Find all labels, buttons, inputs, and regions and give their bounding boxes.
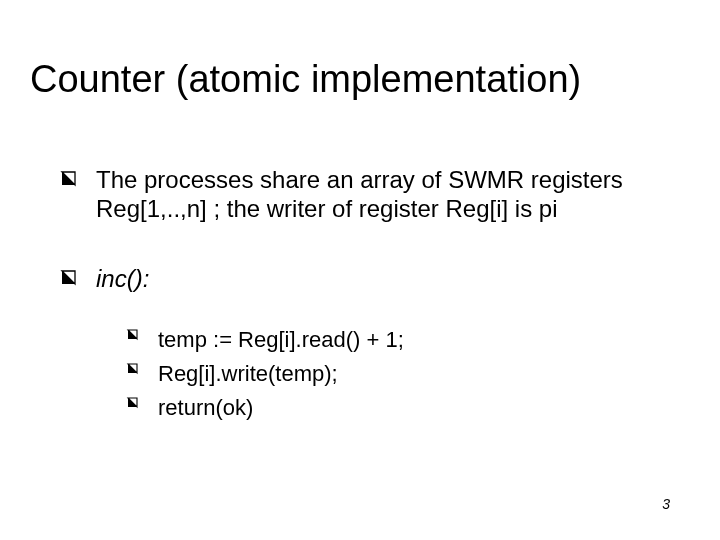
bullet-small-icon [126, 328, 140, 342]
bullet-text: Reg[i].write(temp); [158, 361, 338, 386]
bullet-level1: The processes share an array of SWMR reg… [60, 165, 670, 224]
bullet-level2: return(ok) [126, 391, 670, 425]
slide: Counter (atomic implementation) The proc… [0, 0, 720, 540]
bullet-text: inc(): [96, 265, 149, 292]
bullet-icon [60, 170, 78, 188]
bullet-icon [60, 269, 78, 287]
page-number: 3 [662, 496, 670, 512]
slide-title: Counter (atomic implementation) [30, 58, 690, 101]
sub-bullet-group: temp := Reg[i].read() + 1; Reg[i].write(… [60, 323, 670, 425]
bullet-text: The processes share an array of SWMR reg… [96, 166, 623, 222]
bullet-small-icon [126, 362, 140, 376]
bullet-level2: temp := Reg[i].read() + 1; [126, 323, 670, 357]
bullet-text: return(ok) [158, 395, 253, 420]
bullet-small-icon [126, 396, 140, 410]
bullet-level1: inc(): [60, 264, 670, 293]
bullet-text: temp := Reg[i].read() + 1; [158, 327, 404, 352]
slide-body: The processes share an array of SWMR reg… [60, 165, 670, 425]
bullet-level2: Reg[i].write(temp); [126, 357, 670, 391]
